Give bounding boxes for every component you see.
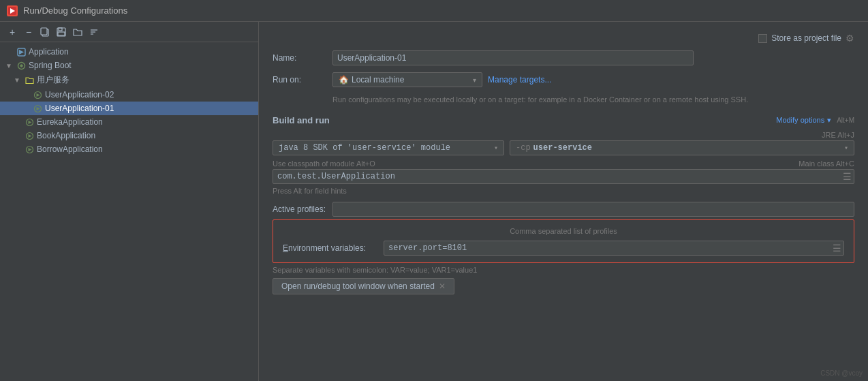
store-as-project-gear-icon[interactable]: ⚙ <box>846 33 854 44</box>
main-class-row: ☰ <box>273 169 854 184</box>
store-as-project-checkbox[interactable] <box>758 34 767 43</box>
sidebar: + − <box>0 22 259 381</box>
main-content: + − <box>0 22 868 381</box>
folder-button[interactable] <box>71 25 84 39</box>
sidebar-item-user-app-01-label: UserApplication-01 <box>45 104 114 113</box>
build-and-run-title: Build and run <box>273 115 330 125</box>
remove-config-button[interactable]: − <box>22 25 35 39</box>
tree-arrow-spring-boot: ▼ <box>5 62 14 70</box>
jre-hint: JRE Alt+J <box>822 131 854 139</box>
cp-chevron-icon: ▾ <box>844 144 848 152</box>
cp-select[interactable]: -cp user-service ▾ <box>510 140 854 155</box>
jdk-select[interactable]: java 8 SDK of 'user-service' module ▾ <box>273 140 504 155</box>
jdk-chevron-icon: ▾ <box>494 144 498 152</box>
svg-rect-6 <box>58 32 65 35</box>
run-on-row: Run on: 🏠 Local machine ▾ Manage targets… <box>273 72 854 87</box>
sidebar-item-user-service-label: 用户服务 <box>37 74 69 86</box>
modify-options-chevron-icon: ▾ <box>827 116 831 125</box>
open-run-button[interactable]: Open run/debug tool window when started … <box>273 278 454 294</box>
jdk-value: java 8 SDK of 'user-service' module <box>279 143 450 153</box>
open-run-row: Open run/debug tool window when started … <box>273 278 854 294</box>
sidebar-item-book-label: BookApplication <box>37 131 95 140</box>
cp-prefix: -cp <box>516 143 531 153</box>
modify-options-shortcut: Alt+M <box>837 117 854 124</box>
store-as-project-label: Store as project file <box>771 33 841 43</box>
tree-arrow-user-service: ▼ <box>14 76 22 84</box>
sidebar-item-eureka-app[interactable]: EurekaApplication <box>0 115 258 129</box>
svg-marker-18 <box>28 121 31 124</box>
sidebar-item-book-app[interactable]: BookApplication <box>0 129 258 142</box>
svg-marker-16 <box>36 107 40 110</box>
run-on-chevron-icon: ▾ <box>473 76 476 84</box>
sidebar-item-user-service-folder[interactable]: ▼ 用户服务 <box>0 72 258 88</box>
application-icon <box>16 47 26 57</box>
sidebar-item-user-app-02[interactable]: UserApplication-02 <box>0 88 258 102</box>
sidebar-item-application[interactable]: Application <box>0 45 258 59</box>
main-class-hint: Main class Alt+C <box>799 159 854 168</box>
sidebar-toolbar: + − <box>0 22 258 42</box>
run-on-label: Run on: <box>273 75 327 85</box>
sidebar-item-user-app-01[interactable]: UserApplication-01 <box>0 102 258 115</box>
manage-targets-link[interactable]: Manage targets... <box>488 75 551 85</box>
svg-marker-14 <box>36 93 40 97</box>
title-bar-text: Run/Debug Configurations <box>23 5 127 16</box>
active-profiles-row: Active profiles: <box>273 202 854 217</box>
save-config-button[interactable] <box>55 25 68 39</box>
title-bar: Run/Debug Configurations <box>0 0 868 22</box>
run-on-select[interactable]: 🏠 Local machine ▾ <box>332 72 482 87</box>
name-input[interactable] <box>332 50 694 65</box>
title-bar-icon <box>7 5 18 16</box>
red-outline-section: Comma separated list of profiles Environ… <box>273 219 854 263</box>
run-on-value: Local machine <box>352 75 404 85</box>
main-class-browse-icon[interactable]: ☰ <box>843 171 852 182</box>
env-browse-icon[interactable]: ☰ <box>833 243 841 254</box>
modify-options-link[interactable]: Modify options ▾ <box>776 116 831 125</box>
press-alt-hint: Press Alt for field hints <box>273 187 854 195</box>
sidebar-item-borrow-label: BorrowApplication <box>37 144 103 154</box>
name-row: Name: <box>273 50 854 65</box>
active-profiles-label: Active profiles: <box>273 204 327 214</box>
sort-button[interactable] <box>87 25 101 39</box>
active-profiles-input[interactable] <box>332 202 854 217</box>
svg-marker-11 <box>19 50 24 55</box>
main-class-input[interactable] <box>273 169 854 184</box>
spring-boot-icon <box>16 61 26 70</box>
sidebar-item-spring-boot[interactable]: ▼ Spring Boot <box>0 59 258 72</box>
sidebar-item-application-label: Application <box>29 47 69 57</box>
name-label: Name: <box>273 53 327 63</box>
main-class-input-wrap: ☰ <box>273 169 854 184</box>
sidebar-item-borrow-app[interactable]: BorrowApplication <box>0 142 258 156</box>
svg-rect-5 <box>59 28 62 31</box>
run-icon-book <box>25 131 34 140</box>
run-icon-01 <box>33 104 42 113</box>
env-vars-row: Environment variables: ☰ <box>283 241 844 256</box>
svg-marker-22 <box>28 148 31 151</box>
jdk-classpath-row: java 8 SDK of 'user-service' module ▾ -c… <box>273 140 854 155</box>
env-vars-label: Environment variables: <box>283 243 378 253</box>
right-panel: Store as project file ⚙ Name: Run on: 🏠 … <box>259 22 868 381</box>
env-separator-hint: Separate variables with semicolon: VAR=v… <box>273 266 854 274</box>
add-config-button[interactable]: + <box>5 25 19 39</box>
build-and-run-header: Build and run Modify options ▾ Alt+M <box>273 115 854 125</box>
watermark: CSDN @vcoy <box>820 369 863 377</box>
sidebar-item-spring-boot-label: Spring Boot <box>29 61 72 70</box>
open-run-close-icon[interactable]: ✕ <box>439 281 446 291</box>
run-icon-borrow <box>25 144 34 154</box>
copy-config-button[interactable] <box>38 25 52 39</box>
env-vars-input[interactable] <box>384 241 844 256</box>
svg-marker-20 <box>28 134 31 138</box>
use-classpath-hint: Use classpath of module Alt+O <box>273 159 375 168</box>
run-icon-02 <box>33 90 42 100</box>
hint-text: Run configurations may be executed local… <box>332 94 854 106</box>
cp-value: user-service <box>533 143 592 153</box>
run-icon-eureka <box>25 117 34 127</box>
profiles-hint: Comma separated list of profiles <box>283 227 844 235</box>
env-input-wrap: ☰ <box>384 241 844 256</box>
env-label-underlined: E <box>283 243 288 253</box>
svg-rect-3 <box>41 28 47 35</box>
sidebar-tree: Application ▼ Spring Boot ▼ 用户服务 <box>0 42 258 381</box>
home-icon: 🏠 <box>339 75 349 85</box>
form-area: Store as project file ⚙ Name: Run on: 🏠 … <box>259 22 868 381</box>
sidebar-item-user-app-02-label: UserApplication-02 <box>45 90 114 100</box>
sidebar-item-eureka-label: EurekaApplication <box>37 117 103 127</box>
